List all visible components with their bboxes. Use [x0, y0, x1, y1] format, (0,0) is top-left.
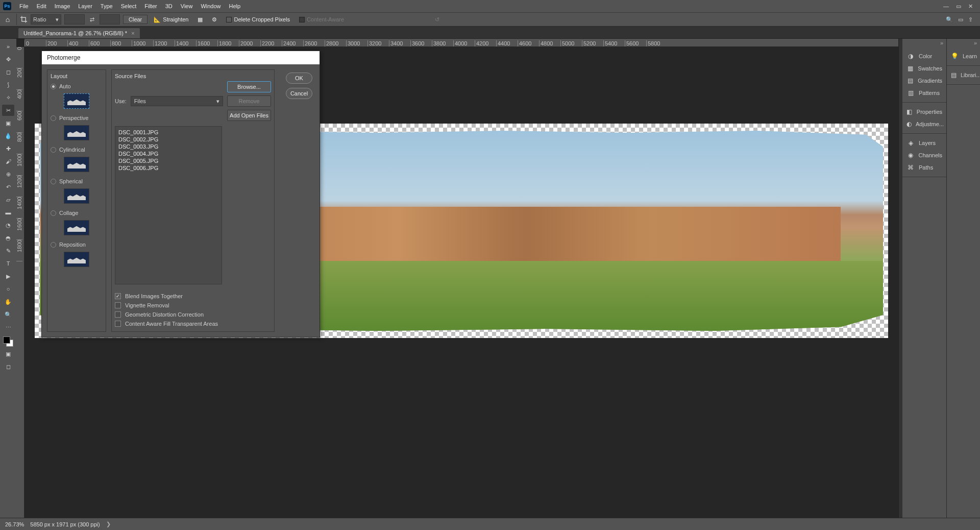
menu-edit[interactable]: Edit: [33, 3, 51, 9]
panel-icon: ▥: [906, 89, 915, 97]
magic-wand-tool[interactable]: ✧: [2, 92, 14, 103]
layout-radio-perspective[interactable]: Perspective: [51, 113, 103, 123]
menu-3d[interactable]: 3D: [161, 3, 177, 9]
healing-brush-tool[interactable]: ✚: [2, 143, 14, 154]
ratio-dropdown[interactable]: Ratio▾: [31, 14, 61, 25]
close-icon[interactable]: ✕: [968, 3, 973, 10]
gradient-tool[interactable]: ▬: [2, 207, 14, 218]
ok-button[interactable]: OK: [286, 73, 312, 84]
menu-view[interactable]: View: [177, 3, 197, 9]
file-list-item[interactable]: DSC_0003.JPG: [118, 143, 218, 150]
menu-layer[interactable]: Layer: [74, 3, 96, 9]
menu-file[interactable]: File: [15, 3, 33, 9]
browse-button[interactable]: Browse...: [227, 81, 271, 92]
width-input[interactable]: [64, 14, 85, 25]
quick-mask-icon[interactable]: ▣: [2, 348, 14, 359]
clear-button[interactable]: Clear: [123, 15, 148, 24]
menu-filter[interactable]: Filter: [140, 3, 161, 9]
layout-radio-spherical[interactable]: Spherical: [51, 176, 103, 186]
doc-info[interactable]: 5850 px x 1971 px (300 ppi): [30, 521, 100, 527]
collapse-panels-icon[interactable]: »: [902, 39, 946, 47]
brush-tool[interactable]: 🖌: [2, 156, 14, 167]
frame-tool[interactable]: ▣: [2, 117, 14, 129]
menu-help[interactable]: Help: [225, 3, 245, 9]
dodge-tool[interactable]: ◓: [2, 232, 14, 244]
use-dropdown[interactable]: Files▾: [131, 96, 223, 106]
eraser-tool[interactable]: ▱: [2, 194, 14, 205]
crop-tool-icon[interactable]: [16, 14, 28, 25]
panel-tab-channels[interactable]: ◉Channels: [902, 149, 946, 161]
option-check-geometric-distortion-correction[interactable]: Geometric Distortion Correction: [115, 310, 271, 319]
document-tab[interactable]: Untitled_Panorama-1 @ 26.7% (RGB/8) * ×: [18, 28, 140, 38]
layout-radio-auto[interactable]: Auto: [51, 81, 103, 91]
grid-overlay-icon[interactable]: ▦: [194, 16, 206, 23]
panel-tab-patterns[interactable]: ▥Patterns: [902, 87, 946, 99]
chevron-icon[interactable]: »: [2, 41, 14, 52]
cancel-button[interactable]: Cancel: [286, 88, 312, 99]
delete-cropped-checkbox[interactable]: Delete Cropped Pixels: [223, 16, 292, 22]
file-list-item[interactable]: DSC_0001.JPG: [118, 129, 218, 136]
eyedropper-tool[interactable]: 💧: [2, 130, 14, 141]
dialog-title-bar[interactable]: Photomerge: [42, 51, 320, 64]
close-tab-icon[interactable]: ×: [131, 30, 134, 36]
blur-tool[interactable]: ◔: [2, 220, 14, 231]
hand-tool[interactable]: ✋: [2, 296, 14, 307]
straighten-button[interactable]: 📐 Straighten: [151, 16, 191, 23]
panel-icon: ◧: [906, 108, 913, 116]
move-tool[interactable]: ✥: [2, 54, 14, 65]
remove-button[interactable]: Remove: [227, 95, 271, 107]
file-list[interactable]: DSC_0001.JPGDSC_0002.JPGDSC_0003.JPGDSC_…: [115, 126, 222, 284]
history-brush-tool[interactable]: ↶: [2, 181, 14, 192]
panel-tab-gradients[interactable]: ▤Gradients: [902, 75, 946, 87]
file-list-item[interactable]: DSC_0006.JPG: [118, 164, 218, 172]
maximize-icon[interactable]: ▭: [956, 3, 961, 10]
lasso-tool[interactable]: ⟆: [2, 79, 14, 90]
screen-mode-icon[interactable]: ◻: [2, 361, 14, 372]
learn-panel-tab[interactable]: 💡Learn: [947, 50, 980, 62]
panel-tab-paths[interactable]: ⌘Paths: [902, 161, 946, 174]
option-check-vignette-removal[interactable]: Vignette Removal: [115, 301, 271, 310]
panel-tab-layers[interactable]: ◈Layers: [902, 137, 946, 149]
height-input[interactable]: [100, 14, 120, 25]
content-aware-checkbox[interactable]: Content-Aware: [296, 16, 347, 22]
file-list-item[interactable]: DSC_0002.JPG: [118, 136, 218, 143]
panel-tab-adjustme[interactable]: ◐Adjustme...: [902, 118, 946, 130]
layout-radio-collage[interactable]: Collage: [51, 208, 103, 218]
clone-stamp-tool[interactable]: ⊕: [2, 168, 14, 180]
search-icon[interactable]: 🔍: [946, 16, 953, 23]
file-list-item[interactable]: DSC_0005.JPG: [118, 157, 218, 164]
option-check-blend-images-together[interactable]: Blend Images Together: [115, 292, 271, 301]
panel-tab-properties[interactable]: ◧Properties: [902, 106, 946, 118]
minimize-icon[interactable]: —: [943, 3, 949, 10]
layout-radio-reposition[interactable]: Reposition: [51, 239, 103, 250]
menu-image[interactable]: Image: [51, 3, 75, 9]
home-icon[interactable]: ⌂: [2, 14, 13, 25]
libraries-panel-tab[interactable]: ▤Librari...: [947, 69, 980, 81]
zoom-level[interactable]: 26.73%: [5, 521, 24, 527]
menu-window[interactable]: Window: [197, 3, 225, 9]
option-check-content-aware-fill-transparent-areas[interactable]: Content Aware Fill Transparent Areas: [115, 319, 271, 328]
swap-icon[interactable]: ⇄: [88, 16, 96, 23]
color-swatch[interactable]: [3, 336, 13, 347]
workspace-icon[interactable]: ▭: [958, 16, 963, 23]
layout-radio-cylindrical[interactable]: Cylindrical: [51, 144, 103, 155]
share-icon[interactable]: ⇪: [968, 16, 973, 23]
more-tools-icon[interactable]: ⋯: [2, 322, 14, 333]
panel-tab-swatches[interactable]: ▦Swatches: [902, 62, 946, 75]
panel-tab-color[interactable]: ◑Color: [902, 50, 946, 62]
type-tool[interactable]: T: [2, 258, 14, 269]
path-select-tool[interactable]: ▶: [2, 271, 14, 282]
add-open-files-button[interactable]: Add Open Files: [227, 110, 271, 121]
marquee-tool[interactable]: ◻: [2, 66, 14, 78]
menu-select[interactable]: Select: [117, 3, 141, 9]
shape-tool[interactable]: ○: [2, 283, 14, 295]
crop-tool[interactable]: ✂: [2, 105, 14, 116]
doc-info-chevron-icon[interactable]: ❯: [106, 521, 111, 527]
crop-options-icon[interactable]: ⚙: [209, 16, 220, 23]
file-list-item[interactable]: DSC_0004.JPG: [118, 150, 218, 157]
pen-tool[interactable]: ✎: [2, 245, 14, 256]
collapse-panels-icon[interactable]: »: [947, 39, 980, 47]
reset-crop-icon[interactable]: ↺: [432, 16, 443, 23]
zoom-tool[interactable]: 🔍: [2, 309, 14, 320]
menu-type[interactable]: Type: [96, 3, 117, 9]
